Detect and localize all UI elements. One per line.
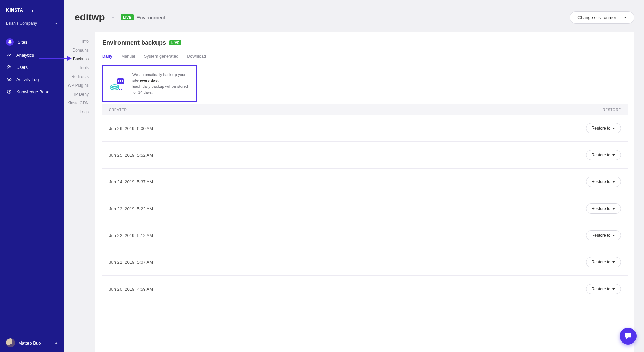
col-header-restore: RESTORE	[603, 108, 621, 112]
site-nav-item-redirects[interactable]: Redirects	[64, 72, 95, 81]
restore-to-button[interactable]: Restore to	[586, 284, 621, 294]
svg-rect-12	[120, 80, 121, 81]
site-title-chevron-icon[interactable]	[112, 17, 114, 18]
restore-to-button[interactable]: Restore to	[586, 257, 621, 267]
restore-to-label: Restore to	[592, 206, 610, 211]
info-text: We automatically back up your site every…	[132, 72, 189, 95]
tab-system-generated[interactable]: System generated	[144, 54, 178, 61]
tab-download[interactable]: Download	[187, 54, 206, 61]
site-nav-item-info[interactable]: Info	[64, 37, 95, 46]
chevron-down-icon	[612, 181, 615, 183]
panel-env-badge: LIVE	[169, 40, 181, 45]
restore-to-button[interactable]: Restore to	[586, 150, 621, 160]
backup-schedule-icon	[110, 76, 125, 91]
restore-to-button[interactable]: Restore to	[586, 177, 621, 187]
backup-created-at: Jun 26, 2019, 6:00 AM	[109, 126, 153, 131]
chevron-down-icon	[612, 261, 615, 263]
svg-point-3	[8, 79, 10, 80]
chevron-down-icon	[612, 288, 615, 290]
env-label: Environment	[136, 15, 165, 20]
restore-to-button[interactable]: Restore to	[586, 123, 621, 133]
site-nav-item-logs[interactable]: Logs	[64, 107, 95, 116]
user-footer[interactable]: Matteo Buo	[0, 334, 64, 352]
site-header: editwp LIVE Environment Change environme…	[75, 9, 634, 26]
avatar	[6, 338, 15, 347]
svg-point-1	[32, 10, 33, 12]
backup-tabs: DailyManualSystem generatedDownload	[102, 54, 628, 61]
svg-point-5	[9, 92, 9, 93]
chevron-down-icon	[612, 208, 615, 210]
restore-to-label: Restore to	[592, 179, 610, 184]
env-badge: LIVE	[121, 14, 134, 20]
tab-manual[interactable]: Manual	[121, 54, 135, 61]
restore-to-button[interactable]: Restore to	[586, 203, 621, 214]
backup-row: Jun 25, 2019, 5:52 AMRestore to	[102, 142, 628, 169]
chevron-down-icon	[612, 154, 615, 156]
backup-created-at: Jun 25, 2019, 5:52 AM	[109, 153, 153, 158]
restore-to-label: Restore to	[592, 287, 610, 291]
chat-button[interactable]	[620, 328, 637, 345]
chevron-up-icon	[55, 342, 58, 344]
svg-rect-13	[122, 80, 123, 81]
svg-rect-16	[122, 81, 123, 82]
backup-row: Jun 26, 2019, 6:00 AMRestore to	[102, 115, 628, 142]
company-label: Brian's Company	[6, 21, 37, 26]
chevron-down-icon	[612, 235, 615, 236]
change-env-label: Change environment	[577, 15, 619, 20]
chevron-down-icon	[612, 128, 615, 129]
help-icon	[6, 89, 12, 95]
nav-item-users[interactable]: Users	[0, 61, 64, 73]
restore-to-label: Restore to	[592, 126, 610, 131]
site-nav-item-backups[interactable]: Backups	[64, 55, 95, 63]
backup-row: Jun 20, 2019, 4:59 AMRestore to	[102, 276, 628, 302]
col-header-created: CREATED	[109, 108, 127, 112]
svg-point-18	[121, 89, 122, 90]
backup-table: CREATED RESTORE Jun 26, 2019, 6:00 AMRes…	[102, 104, 628, 302]
layers-icon	[6, 38, 14, 46]
company-picker[interactable]: Brian's Company	[0, 18, 64, 32]
main-panel: Environment backups LIVE DailyManualSyst…	[95, 32, 634, 352]
restore-to-label: Restore to	[592, 233, 610, 238]
restore-to-label: Restore to	[592, 260, 610, 265]
backup-created-at: Jun 24, 2019, 5:37 AM	[109, 179, 153, 184]
change-environment-button[interactable]: Change environment	[570, 11, 634, 24]
svg-rect-14	[118, 81, 119, 82]
nav-item-label: Sites	[18, 40, 27, 45]
backup-row: Jun 21, 2019, 5:07 AMRestore to	[102, 249, 628, 276]
chevron-down-icon	[55, 23, 58, 24]
primary-nav: KINSTA Brian's Company SitesAnalyticsUse…	[0, 0, 64, 352]
backup-created-at: Jun 22, 2019, 5:12 AM	[109, 233, 153, 238]
user-plus-icon	[6, 64, 12, 70]
tab-daily[interactable]: Daily	[102, 54, 112, 61]
brand-logo[interactable]: KINSTA	[0, 0, 64, 18]
nav-item-analytics[interactable]: Analytics	[0, 49, 64, 61]
site-nav-item-domains[interactable]: Domains	[64, 46, 95, 55]
site-nav-item-wp-plugins[interactable]: WP Plugins	[64, 81, 95, 90]
restore-to-label: Restore to	[592, 153, 610, 157]
nav-item-knowledge-base[interactable]: Knowledge Base	[0, 85, 64, 98]
svg-rect-15	[120, 81, 121, 82]
svg-point-17	[119, 89, 120, 90]
svg-text:KINSTA: KINSTA	[6, 7, 23, 13]
chevron-down-icon	[624, 17, 627, 18]
nav-item-label: Activity Log	[16, 77, 39, 82]
nav-item-label: Analytics	[16, 53, 34, 58]
nav-item-sites[interactable]: Sites	[0, 35, 64, 49]
site-title: editwp	[75, 12, 105, 23]
site-nav-item-ip-deny[interactable]: IP Deny	[64, 90, 95, 99]
restore-to-button[interactable]: Restore to	[586, 230, 621, 240]
backup-row: Jun 23, 2019, 5:22 AMRestore to	[102, 195, 628, 222]
panel-title: Environment backups	[102, 39, 166, 46]
backup-created-at: Jun 23, 2019, 5:22 AM	[109, 206, 153, 211]
info-box: We automatically back up your site every…	[102, 65, 197, 102]
site-subnav: InfoDomainsBackupsToolsRedirectsWP Plugi…	[64, 32, 95, 116]
user-name: Matteo Buo	[18, 340, 41, 346]
nav-item-activity-log[interactable]: Activity Log	[0, 73, 64, 85]
backup-row: Jun 22, 2019, 5:12 AMRestore to	[102, 222, 628, 249]
site-nav-item-tools[interactable]: Tools	[64, 63, 95, 72]
nav-item-label: Knowledge Base	[16, 89, 50, 94]
site-nav-item-kinsta-cdn[interactable]: Kinsta CDN	[64, 99, 95, 107]
trend-icon	[6, 52, 12, 58]
kinsta-wordmark-icon: KINSTA	[6, 6, 37, 14]
eye-icon	[6, 76, 12, 82]
